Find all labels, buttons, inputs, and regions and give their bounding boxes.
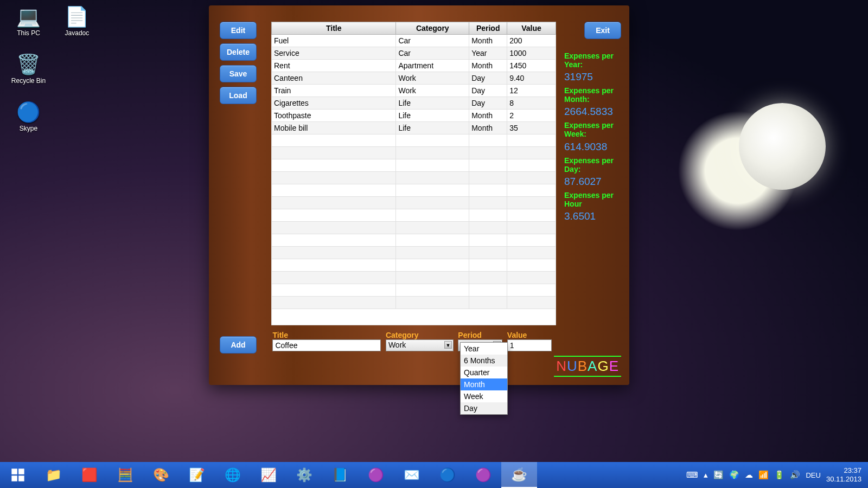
taskbar-java-app[interactable]: ☕ bbox=[501, 462, 537, 488]
table-row[interactable]: ToothpasteLifeMonth2 bbox=[272, 110, 556, 122]
cell-period[interactable]: Month bbox=[469, 110, 507, 122]
taskbar-eclipse2[interactable]: 🟣 bbox=[465, 462, 501, 488]
cell-category[interactable]: Car bbox=[396, 35, 469, 47]
cell-category[interactable]: Life bbox=[396, 97, 469, 110]
taskbar-paint[interactable]: 🎨 bbox=[143, 462, 179, 488]
sync-icon[interactable]: 🔄 bbox=[713, 470, 724, 480]
taskbar-steam[interactable]: ⚙️ bbox=[286, 462, 322, 488]
start-button[interactable] bbox=[0, 462, 36, 488]
table-row-empty[interactable] bbox=[272, 184, 556, 197]
period-option[interactable]: Month bbox=[461, 378, 507, 390]
desktop-icon-skype[interactable]: 🔵 Skype bbox=[5, 101, 52, 132]
cell-period[interactable]: Month bbox=[469, 122, 507, 134]
taskbar-notepadpp[interactable]: 📝 bbox=[179, 462, 215, 488]
cell-title[interactable]: Canteen bbox=[272, 72, 396, 85]
battery-icon[interactable]: 🔋 bbox=[774, 470, 784, 480]
cell-period[interactable]: Month bbox=[469, 60, 507, 72]
cell-title[interactable]: Toothpaste bbox=[272, 110, 396, 122]
period-option[interactable]: Day bbox=[461, 402, 507, 414]
table-row-empty[interactable] bbox=[272, 284, 556, 297]
cell-category[interactable]: Life bbox=[396, 110, 469, 122]
period-option[interactable]: Week bbox=[461, 390, 507, 402]
period-dropdown[interactable]: Year6 MonthsQuarterMonthWeekDay bbox=[460, 342, 508, 415]
cell-value[interactable]: 200 bbox=[507, 35, 556, 47]
taskbar-word[interactable]: 📘 bbox=[322, 462, 358, 488]
cell-value[interactable]: 2 bbox=[507, 110, 556, 122]
table-row[interactable]: ServiceCarYear1000 bbox=[272, 47, 556, 60]
taskbar-clock[interactable]: 23:37 30.11.2013 bbox=[826, 466, 861, 483]
cell-value[interactable]: 35 bbox=[507, 122, 556, 134]
keyboard-icon[interactable]: ⌨ bbox=[686, 470, 698, 480]
table-row-empty[interactable] bbox=[272, 159, 556, 172]
table-row-empty[interactable] bbox=[272, 209, 556, 222]
period-option[interactable]: Year bbox=[461, 343, 507, 355]
cell-title[interactable]: Fuel bbox=[272, 35, 396, 47]
save-button[interactable]: Save bbox=[220, 65, 257, 82]
cell-title[interactable]: Mobile bill bbox=[272, 122, 396, 134]
period-option[interactable]: 6 Months bbox=[461, 355, 507, 367]
value-input[interactable] bbox=[507, 339, 552, 351]
taskbar-firefox[interactable]: 🌐 bbox=[215, 462, 251, 488]
taskbar-eclipse[interactable]: 🟣 bbox=[358, 462, 394, 488]
tray-chevron-icon[interactable]: ▴ bbox=[704, 470, 708, 480]
cell-value[interactable]: 1000 bbox=[507, 47, 556, 60]
cell-value[interactable]: 9.40 bbox=[507, 72, 556, 85]
period-option[interactable]: Quarter bbox=[461, 367, 507, 378]
taskbar-skype[interactable]: 🔵 bbox=[430, 462, 465, 488]
cloud-icon[interactable]: ☁ bbox=[745, 470, 753, 480]
table-row[interactable]: CigarettesLifeDay8 bbox=[272, 97, 556, 110]
language-indicator[interactable]: DEU bbox=[806, 471, 820, 479]
taskbar-file-explorer[interactable]: 📁 bbox=[36, 462, 72, 488]
cell-category[interactable]: Work bbox=[396, 85, 469, 97]
table-row-empty[interactable] bbox=[272, 172, 556, 184]
taskbar-matlab[interactable]: 📈 bbox=[251, 462, 286, 488]
add-button[interactable]: Add bbox=[220, 336, 257, 354]
desktop-icon-recycle-bin[interactable]: 🗑️ Recycle Bin bbox=[5, 53, 52, 85]
table-row-empty[interactable] bbox=[272, 259, 556, 272]
table-row[interactable]: CanteenWorkDay9.40 bbox=[272, 72, 556, 85]
cell-value[interactable]: 8 bbox=[507, 97, 556, 110]
globe-icon[interactable]: 🌍 bbox=[729, 470, 739, 480]
cell-title[interactable]: Rent bbox=[272, 60, 396, 72]
cell-value[interactable]: 1450 bbox=[507, 60, 556, 72]
table-row[interactable]: TrainWorkDay12 bbox=[272, 85, 556, 97]
cell-title[interactable]: Service bbox=[272, 47, 396, 60]
edit-button[interactable]: Edit bbox=[220, 22, 257, 39]
col-category[interactable]: Category bbox=[396, 22, 469, 35]
expense-table[interactable]: Title Category Period Value FuelCarMonth… bbox=[271, 22, 556, 325]
table-row-empty[interactable] bbox=[272, 197, 556, 209]
cell-period[interactable]: Year bbox=[469, 47, 507, 60]
desktop-icon-this-pc[interactable]: 💻 This PC bbox=[5, 5, 52, 37]
table-row-empty[interactable] bbox=[272, 272, 556, 284]
table-row-empty[interactable] bbox=[272, 134, 556, 147]
table-row[interactable]: FuelCarMonth200 bbox=[272, 35, 556, 47]
cell-title[interactable]: Train bbox=[272, 85, 396, 97]
delete-button[interactable]: Delete bbox=[220, 43, 257, 61]
table-row-empty[interactable] bbox=[272, 222, 556, 234]
cell-category[interactable]: Work bbox=[396, 72, 469, 85]
col-value[interactable]: Value bbox=[507, 22, 556, 35]
table-row-empty[interactable] bbox=[272, 297, 556, 309]
table-row[interactable]: RentApartmentMonth1450 bbox=[272, 60, 556, 72]
load-button[interactable]: Load bbox=[220, 87, 257, 104]
col-period[interactable]: Period bbox=[469, 22, 507, 35]
col-title[interactable]: Title bbox=[272, 22, 396, 35]
table-row[interactable]: Mobile billLifeMonth35 bbox=[272, 122, 556, 134]
cell-period[interactable]: Day bbox=[469, 72, 507, 85]
volume-icon[interactable]: 🔊 bbox=[790, 470, 800, 480]
cell-category[interactable]: Life bbox=[396, 122, 469, 134]
taskbar-gmail[interactable]: ✉️ bbox=[394, 462, 430, 488]
cell-period[interactable]: Day bbox=[469, 97, 507, 110]
taskbar-calculator[interactable]: 🧮 bbox=[107, 462, 143, 488]
cell-value[interactable]: 12 bbox=[507, 85, 556, 97]
cell-period[interactable]: Day bbox=[469, 85, 507, 97]
cell-category[interactable]: Apartment bbox=[396, 60, 469, 72]
wifi-icon[interactable]: 📶 bbox=[758, 470, 769, 480]
taskbar[interactable]: 📁 🟥 🧮 🎨 📝 🌐 📈 ⚙️ 📘 🟣 ✉️ 🔵 🟣 ☕ ⌨ ▴ 🔄 🌍 ☁ … bbox=[0, 462, 868, 488]
cell-category[interactable]: Car bbox=[396, 47, 469, 60]
cell-title[interactable]: Cigarettes bbox=[272, 97, 396, 110]
cell-period[interactable]: Month bbox=[469, 35, 507, 47]
exit-button[interactable]: Exit bbox=[584, 22, 621, 39]
table-row-empty[interactable] bbox=[272, 234, 556, 247]
table-row-empty[interactable] bbox=[272, 147, 556, 159]
